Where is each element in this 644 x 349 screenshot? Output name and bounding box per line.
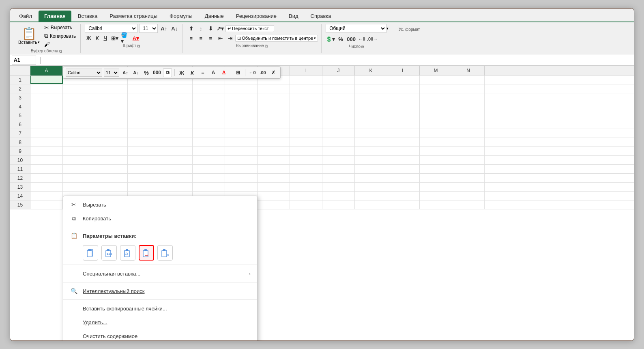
- cell-n7[interactable]: [452, 129, 485, 138]
- cell-n5[interactable]: [452, 111, 485, 120]
- cell-k11[interactable]: [355, 165, 387, 173]
- cell-h4[interactable]: [258, 102, 290, 111]
- cell-n3[interactable]: [452, 93, 485, 102]
- cell-h9[interactable]: [258, 147, 290, 155]
- cell-l3[interactable]: [387, 93, 420, 102]
- mini-italic-btn[interactable]: К: [188, 68, 197, 77]
- cell-n8[interactable]: [452, 138, 485, 146]
- cell-j2[interactable]: [322, 84, 355, 93]
- cell-e11[interactable]: [160, 165, 193, 173]
- cell-m1[interactable]: [420, 75, 452, 84]
- dec-increase-btn[interactable]: ←0: [357, 34, 366, 43]
- cell-m5[interactable]: [420, 111, 452, 120]
- cell-l12[interactable]: [387, 174, 420, 182]
- cell-f13[interactable]: [193, 183, 225, 191]
- cell-f5[interactable]: [193, 111, 225, 120]
- cell-f7[interactable]: [193, 129, 225, 138]
- tab-review[interactable]: Рецензирование: [230, 11, 282, 22]
- cell-i1[interactable]: [290, 75, 322, 84]
- cell-n10[interactable]: [452, 156, 485, 164]
- cell-k15[interactable]: [355, 200, 387, 209]
- col-header-a[interactable]: A: [30, 66, 63, 75]
- cell-b6[interactable]: [63, 120, 95, 129]
- cell-c10[interactable]: [95, 156, 128, 164]
- cell-f11[interactable]: [193, 165, 225, 173]
- mini-bold-btn[interactable]: Ж: [177, 68, 186, 77]
- cell-m14[interactable]: [420, 192, 452, 200]
- cell-k2[interactable]: [355, 84, 387, 93]
- tab-help[interactable]: Справка: [305, 11, 337, 22]
- cell-n12[interactable]: [452, 174, 485, 182]
- cell-m8[interactable]: [420, 138, 452, 146]
- decrease-font-btn[interactable]: A↓: [170, 24, 179, 33]
- mini-highlight-btn[interactable]: A: [209, 68, 218, 77]
- text-angle-btn[interactable]: ↗▾: [216, 24, 225, 33]
- cell-l13[interactable]: [387, 183, 420, 191]
- bold-btn[interactable]: Ж: [85, 34, 92, 42]
- cell-a3[interactable]: [30, 93, 63, 102]
- cell-l6[interactable]: [387, 120, 420, 129]
- cell-m7[interactable]: [420, 129, 452, 138]
- cell-j11[interactable]: [322, 165, 355, 173]
- cell-k10[interactable]: [355, 156, 387, 164]
- cell-a11[interactable]: [30, 165, 63, 173]
- cell-m2[interactable]: [420, 84, 452, 93]
- cell-m12[interactable]: [420, 174, 452, 182]
- cell-a2[interactable]: [30, 84, 63, 93]
- cell-a4[interactable]: [30, 102, 63, 111]
- cell-d13[interactable]: [128, 183, 160, 191]
- cell-c7[interactable]: [95, 129, 128, 138]
- ctx-delete-item[interactable]: Удалить...: [63, 315, 257, 329]
- wrap-text-btn[interactable]: ↵ Переносить текст: [225, 25, 274, 32]
- cell-g12[interactable]: [225, 174, 258, 182]
- mini-dec0-btn[interactable]: ←0: [248, 68, 257, 77]
- mini-decrease-font[interactable]: A↓: [131, 68, 140, 77]
- cell-c11[interactable]: [95, 165, 128, 173]
- cell-i8[interactable]: [290, 138, 322, 146]
- cell-k14[interactable]: [355, 192, 387, 200]
- cell-h3[interactable]: [258, 93, 290, 102]
- cell-d8[interactable]: [128, 138, 160, 146]
- cell-m4[interactable]: [420, 102, 452, 111]
- cell-f12[interactable]: [193, 174, 225, 182]
- cell-h12[interactable]: [258, 174, 290, 182]
- cell-i11[interactable]: [290, 165, 322, 173]
- cell-n9[interactable]: [452, 147, 485, 155]
- cell-i7[interactable]: [290, 129, 322, 138]
- cell-e10[interactable]: [160, 156, 193, 164]
- alignment-expand-icon[interactable]: ⧉: [265, 44, 269, 48]
- cell-f10[interactable]: [193, 156, 225, 164]
- col-header-k[interactable]: K: [355, 66, 387, 75]
- cell-b11[interactable]: [63, 165, 95, 173]
- cell-m6[interactable]: [420, 120, 452, 129]
- cell-c5[interactable]: [95, 111, 128, 120]
- mini-font-select[interactable]: Calibri: [66, 69, 102, 77]
- cell-c3[interactable]: [95, 93, 128, 102]
- cell-b9[interactable]: [63, 147, 95, 155]
- cell-h7[interactable]: [258, 129, 290, 138]
- cell-m3[interactable]: [420, 93, 452, 102]
- copy-button[interactable]: ⧉ Копировать: [43, 32, 77, 40]
- cell-e2[interactable]: [160, 84, 193, 93]
- paste-link-btn[interactable]: ⊕: [157, 245, 173, 261]
- cell-d5[interactable]: [128, 111, 160, 120]
- cell-g10[interactable]: [225, 156, 258, 164]
- cell-j15[interactable]: [322, 200, 355, 209]
- cell-l11[interactable]: [387, 165, 420, 173]
- col-header-m[interactable]: M: [420, 66, 452, 75]
- cell-l5[interactable]: [387, 111, 420, 120]
- cell-j8[interactable]: [322, 138, 355, 146]
- cell-g7[interactable]: [225, 129, 258, 138]
- cell-c2[interactable]: [95, 84, 128, 93]
- mini-increase-font[interactable]: A↑: [121, 68, 130, 77]
- cell-reference-box[interactable]: A1: [12, 56, 36, 65]
- cell-d6[interactable]: [128, 120, 160, 129]
- accounting-btn[interactable]: 💲▾: [326, 34, 335, 43]
- increase-font-btn[interactable]: A↑: [159, 24, 168, 33]
- mini-clear-btn[interactable]: ✗: [269, 68, 278, 77]
- tab-layout[interactable]: Разметка страницы: [104, 11, 163, 22]
- cell-b12[interactable]: [63, 174, 95, 182]
- align-right-btn[interactable]: ≡: [206, 34, 215, 43]
- ctx-special-paste-item[interactable]: Специальная вставка... ›: [63, 267, 257, 280]
- cell-d9[interactable]: [128, 147, 160, 155]
